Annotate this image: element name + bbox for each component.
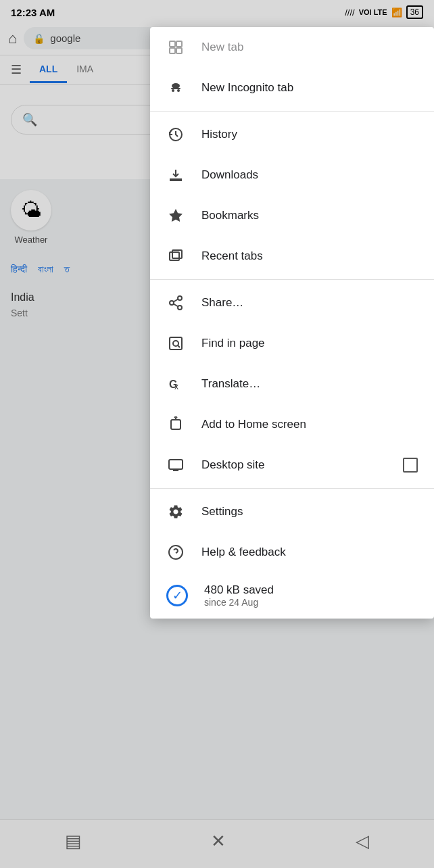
menu-item-help[interactable]: Help & feedback	[150, 532, 434, 573]
new-tab-label: New tab	[201, 41, 418, 54]
svg-rect-19	[170, 337, 182, 349]
menu-item-incognito[interactable]: New Incognito tab	[150, 68, 434, 108]
recent-tabs-label: Recent tabs	[201, 249, 418, 263]
svg-line-21	[178, 345, 180, 347]
dropdown-menu: New tab New Incognito tab History	[150, 27, 434, 619]
menu-item-new-tab[interactable]: New tab	[150, 27, 434, 68]
svg-line-18	[174, 299, 178, 302]
add-home-label: Add to Home screen	[201, 418, 418, 431]
svg-point-6	[172, 89, 174, 92]
savings-amount: 480 kB saved	[204, 583, 274, 597]
share-label: Share…	[201, 296, 418, 310]
svg-rect-24	[171, 420, 180, 429]
svg-point-16	[178, 306, 182, 310]
new-tab-icon	[166, 38, 185, 57]
svg-rect-2	[170, 48, 175, 53]
menu-item-add-home[interactable]: Add to Home screen	[150, 404, 434, 445]
share-icon	[166, 293, 185, 312]
desktop-label: Desktop site	[201, 458, 387, 472]
svg-point-7	[177, 89, 180, 92]
menu-item-recent-tabs[interactable]: Recent tabs	[150, 236, 434, 276]
divider-1	[150, 111, 434, 112]
svg-point-14	[178, 296, 182, 300]
svg-marker-11	[169, 209, 183, 222]
history-icon	[166, 125, 185, 144]
svg-rect-1	[176, 41, 182, 47]
svg-rect-13	[172, 250, 182, 258]
translate-icon: G x	[166, 375, 185, 393]
menu-item-history[interactable]: History	[150, 114, 434, 155]
desktop-icon	[166, 456, 185, 475]
savings-date: since 24 Aug	[204, 597, 274, 608]
settings-label-menu: Settings	[201, 505, 418, 519]
svg-rect-3	[176, 48, 182, 53]
svg-rect-26	[169, 460, 183, 469]
incognito-label: New Incognito tab	[201, 81, 418, 95]
svg-rect-5	[171, 88, 180, 89]
history-label: History	[201, 128, 418, 141]
svg-rect-12	[170, 252, 179, 260]
bookmarks-label: Bookmarks	[201, 209, 418, 222]
add-home-icon	[166, 415, 185, 434]
svg-point-15	[170, 301, 174, 305]
settings-icon	[166, 502, 185, 521]
downloads-label: Downloads	[201, 168, 418, 182]
bookmarks-icon	[166, 206, 185, 225]
downloads-icon	[166, 166, 185, 185]
savings-icon: ✓	[166, 585, 188, 606]
svg-text:x: x	[174, 382, 178, 391]
translate-label: Translate…	[201, 377, 418, 391]
svg-point-4	[172, 83, 180, 89]
find-icon	[166, 334, 185, 353]
incognito-icon	[166, 78, 185, 97]
menu-item-bookmarks[interactable]: Bookmarks	[150, 195, 434, 236]
menu-item-translate[interactable]: G x Translate…	[150, 364, 434, 404]
desktop-site-checkbox[interactable]	[403, 458, 418, 473]
help-label: Help & feedback	[201, 546, 418, 559]
help-icon	[166, 543, 185, 562]
menu-item-find[interactable]: Find in page	[150, 323, 434, 364]
menu-item-downloads[interactable]: Downloads	[150, 155, 434, 195]
svg-line-17	[174, 304, 178, 307]
recent-tabs-icon	[166, 247, 185, 266]
savings-text: 480 kB saved since 24 Aug	[204, 583, 274, 608]
menu-item-settings[interactable]: Settings	[150, 491, 434, 532]
savings-item: ✓ 480 kB saved since 24 Aug	[150, 573, 434, 619]
divider-3	[150, 488, 434, 489]
menu-item-desktop-site[interactable]: Desktop site	[150, 445, 434, 485]
menu-item-share[interactable]: Share…	[150, 283, 434, 323]
svg-rect-0	[170, 41, 175, 47]
find-label: Find in page	[201, 337, 418, 350]
divider-2	[150, 279, 434, 280]
svg-point-20	[173, 341, 178, 346]
